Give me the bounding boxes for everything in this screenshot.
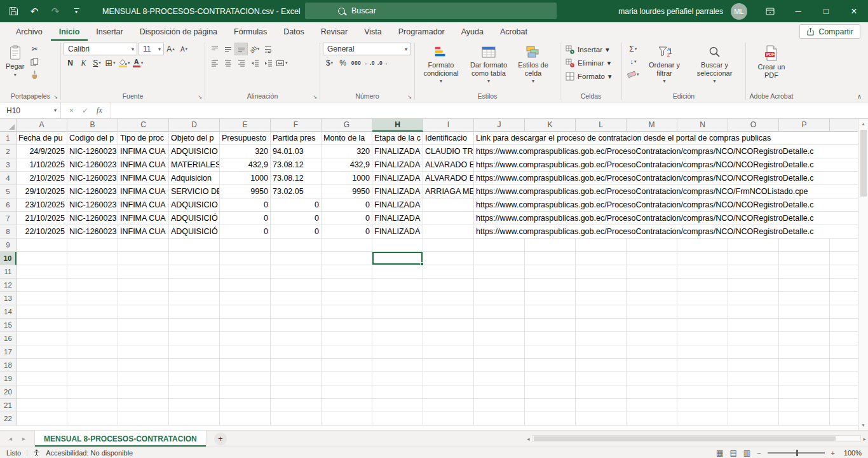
enter-formula-icon[interactable]: ✓ bbox=[82, 106, 88, 115]
cell-N21[interactable] bbox=[677, 399, 728, 412]
cell-M15[interactable] bbox=[627, 319, 677, 332]
cell-B21[interactable] bbox=[67, 399, 118, 412]
row-header-3[interactable]: 3 bbox=[0, 158, 17, 172]
cell-I12[interactable] bbox=[423, 279, 474, 292]
cell-D4[interactable]: Adquisicion bbox=[169, 172, 220, 185]
cell-B7[interactable]: NIC-1260023 bbox=[67, 212, 118, 225]
column-header-O[interactable]: O bbox=[728, 119, 779, 132]
cell-H14[interactable] bbox=[372, 305, 423, 319]
ribbon-tab-disposición-de-página[interactable]: Disposición de página bbox=[132, 22, 226, 41]
cell-H1[interactable]: Etapa de la c bbox=[372, 132, 423, 145]
insert-function-icon[interactable]: fx bbox=[97, 106, 102, 115]
cell-H19[interactable] bbox=[372, 372, 423, 385]
accounting-format-button[interactable]: $▾ bbox=[323, 57, 336, 69]
conditional-formatting-button[interactable]: Formato condicional ▾ bbox=[417, 43, 465, 86]
cell-J18[interactable] bbox=[474, 359, 525, 372]
cell-O22[interactable] bbox=[728, 412, 779, 426]
row-header-10[interactable]: 10 bbox=[0, 252, 17, 265]
format-as-table-button[interactable]: Dar formato como tabla ▾ bbox=[465, 43, 513, 86]
cell-M11[interactable] bbox=[627, 265, 677, 279]
cell-A22[interactable] bbox=[17, 412, 67, 426]
cell-I15[interactable] bbox=[423, 319, 474, 332]
comma-style-button[interactable]: 000 bbox=[349, 57, 363, 69]
cell-K18[interactable] bbox=[525, 359, 576, 372]
cell-G3[interactable]: 432,9 bbox=[322, 158, 372, 172]
cell-B9[interactable] bbox=[67, 239, 118, 252]
cell-C22[interactable] bbox=[118, 412, 169, 426]
decrease-decimal-button[interactable]: .0→ bbox=[376, 57, 390, 69]
cell-J4[interactable]: https://www.compraspublicas.gob.ec/Proce… bbox=[474, 172, 525, 185]
cell-G9[interactable] bbox=[322, 239, 372, 252]
font-dialog-launcher[interactable]: ↘ bbox=[198, 94, 202, 101]
cell-E14[interactable] bbox=[220, 305, 271, 319]
fill-handle[interactable] bbox=[420, 262, 424, 266]
cell-partial-18[interactable] bbox=[830, 359, 858, 372]
cell-E7[interactable]: 0 bbox=[220, 212, 271, 225]
cell-J3[interactable]: https://www.compraspublicas.gob.ec/Proce… bbox=[474, 158, 525, 172]
ribbon-display-options-button[interactable] bbox=[756, 0, 784, 22]
find-select-button[interactable]: Buscar y seleccionar ▾ bbox=[689, 43, 741, 86]
cell-I3[interactable]: ALVARADO E bbox=[423, 158, 474, 172]
cell-M14[interactable] bbox=[627, 305, 677, 319]
cell-A12[interactable] bbox=[17, 279, 67, 292]
cell-H5[interactable]: FINALIZADA bbox=[372, 185, 423, 198]
ribbon-tab-insertar[interactable]: Insertar bbox=[88, 22, 131, 41]
ribbon-tab-inicio[interactable]: Inicio bbox=[51, 22, 88, 41]
cell-O14[interactable] bbox=[728, 305, 779, 319]
cell-K21[interactable] bbox=[525, 399, 576, 412]
cell-N12[interactable] bbox=[677, 279, 728, 292]
cell-J12[interactable] bbox=[474, 279, 525, 292]
increase-font-button[interactable]: A▴ bbox=[164, 43, 177, 55]
cell-E20[interactable] bbox=[220, 385, 271, 399]
cell-P21[interactable] bbox=[779, 399, 830, 412]
copy-button[interactable] bbox=[28, 55, 41, 68]
cell-N14[interactable] bbox=[677, 305, 728, 319]
cell-M21[interactable] bbox=[627, 399, 677, 412]
cut-button[interactable]: ✂ bbox=[28, 43, 41, 55]
cell-B12[interactable] bbox=[67, 279, 118, 292]
column-header-partial[interactable] bbox=[830, 119, 858, 132]
cell-D6[interactable]: ADQUISICIO bbox=[169, 198, 220, 212]
cell-I11[interactable] bbox=[423, 265, 474, 279]
cell-C5[interactable]: INFIMA CUA bbox=[118, 185, 169, 198]
cell-A18[interactable] bbox=[17, 359, 67, 372]
cell-J1[interactable]: Link para descargar el proceso de contra… bbox=[474, 132, 525, 145]
cell-F9[interactable] bbox=[271, 239, 322, 252]
decrease-font-button[interactable]: A▾ bbox=[177, 43, 191, 55]
cell-partial-10[interactable] bbox=[830, 252, 858, 265]
cell-D17[interactable] bbox=[169, 345, 220, 359]
delete-cells-button[interactable]: Eliminar ▾ bbox=[563, 56, 614, 69]
row-header-15[interactable]: 15 bbox=[0, 319, 17, 332]
cell-K9[interactable] bbox=[525, 239, 576, 252]
cell-A4[interactable]: 2/10/2025 bbox=[17, 172, 67, 185]
horizontal-scroll-thumb[interactable] bbox=[534, 436, 836, 441]
cell-I8[interactable] bbox=[423, 225, 474, 239]
cell-C4[interactable]: INFIMA CUA bbox=[118, 172, 169, 185]
align-bottom-button[interactable] bbox=[234, 43, 248, 55]
cell-I19[interactable] bbox=[423, 372, 474, 385]
cell-J22[interactable] bbox=[474, 412, 525, 426]
vertical-scroll-thumb[interactable] bbox=[860, 130, 867, 197]
cell-styles-button[interactable]: Estilos de celda ▾ bbox=[513, 43, 553, 86]
cell-G21[interactable] bbox=[322, 399, 372, 412]
cell-N9[interactable] bbox=[677, 239, 728, 252]
cell-B15[interactable] bbox=[67, 319, 118, 332]
cell-G14[interactable] bbox=[322, 305, 372, 319]
cell-J16[interactable] bbox=[474, 332, 525, 345]
scroll-up-icon[interactable]: ▴ bbox=[862, 119, 864, 128]
cell-F13[interactable] bbox=[271, 292, 322, 305]
cell-C6[interactable]: INFIMA CUA bbox=[118, 198, 169, 212]
cell-D3[interactable]: MATERIALES bbox=[169, 158, 220, 172]
cell-partial-9[interactable] bbox=[830, 239, 858, 252]
cell-P9[interactable] bbox=[779, 239, 830, 252]
cell-G12[interactable] bbox=[322, 279, 372, 292]
cell-E15[interactable] bbox=[220, 319, 271, 332]
cell-D9[interactable] bbox=[169, 239, 220, 252]
cell-D13[interactable] bbox=[169, 292, 220, 305]
row-header-2[interactable]: 2 bbox=[0, 145, 17, 158]
maximize-button[interactable]: □ bbox=[812, 0, 840, 22]
ribbon-tab-acrobat[interactable]: Acrobat bbox=[492, 22, 536, 41]
cell-A3[interactable]: 1/10/2025 bbox=[17, 158, 67, 172]
cell-H17[interactable] bbox=[372, 345, 423, 359]
cell-N15[interactable] bbox=[677, 319, 728, 332]
